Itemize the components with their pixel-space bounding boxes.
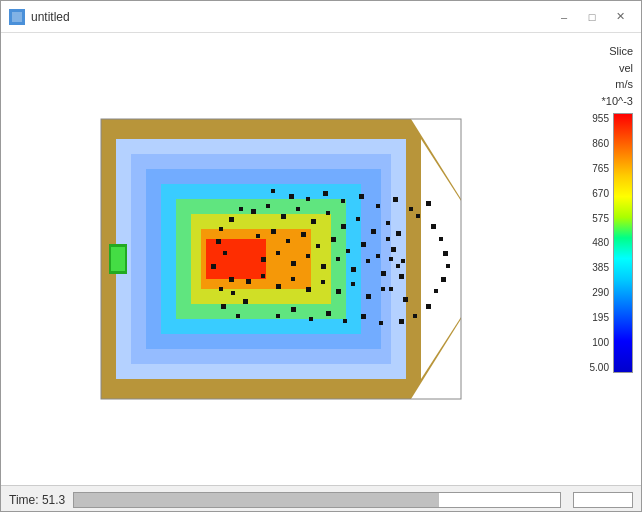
svg-rect-28 <box>271 229 276 234</box>
svg-rect-97 <box>386 237 390 241</box>
svg-rect-30 <box>301 232 306 237</box>
colorbar-tick-10: 5.00 <box>590 362 609 373</box>
svg-rect-60 <box>306 197 310 201</box>
svg-rect-91 <box>211 264 216 269</box>
svg-rect-98 <box>396 231 401 236</box>
svg-rect-26 <box>386 221 390 225</box>
svg-rect-38 <box>261 257 266 262</box>
title-bar: untitled – □ ✕ <box>1 1 641 33</box>
svg-rect-57 <box>381 287 385 291</box>
colorbar-tick-6: 385 <box>590 262 609 273</box>
colorbar-tick-7: 290 <box>590 287 609 298</box>
colorbar-header-line3: m/s <box>602 76 633 93</box>
progress-container <box>73 492 561 508</box>
colorbar-header: Slice vel m/s *10^-3 <box>602 43 633 109</box>
svg-rect-82 <box>343 319 347 323</box>
colorbar-tick-2: 765 <box>590 163 609 174</box>
svg-rect-65 <box>393 197 398 202</box>
svg-rect-29 <box>286 239 290 243</box>
simulation-svg <box>91 89 471 429</box>
svg-rect-76 <box>413 314 417 318</box>
svg-rect-86 <box>231 291 235 295</box>
progress-input[interactable] <box>573 492 633 508</box>
svg-rect-70 <box>439 237 443 241</box>
svg-rect-54 <box>336 289 341 294</box>
svg-rect-94 <box>219 227 223 231</box>
svg-rect-36 <box>391 247 396 252</box>
svg-rect-47 <box>396 264 400 268</box>
svg-rect-78 <box>276 314 280 318</box>
svg-rect-52 <box>306 287 311 292</box>
svg-rect-40 <box>291 261 296 266</box>
svg-rect-21 <box>311 219 316 224</box>
svg-rect-49 <box>261 274 265 278</box>
window-controls: – □ ✕ <box>551 7 633 27</box>
svg-rect-22 <box>326 211 330 215</box>
colorbar-area: Slice vel m/s *10^-3 955 860 765 670 575… <box>561 33 641 485</box>
svg-rect-64 <box>376 204 380 208</box>
svg-rect-37 <box>401 259 405 263</box>
svg-rect-96 <box>239 207 243 211</box>
svg-rect-61 <box>323 191 328 196</box>
svg-rect-72 <box>446 264 450 268</box>
svg-rect-45 <box>366 259 370 263</box>
minimize-button[interactable]: – <box>551 7 577 27</box>
colorbar-header-line2: vel <box>602 60 633 77</box>
svg-rect-63 <box>359 194 364 199</box>
colorbar-tick-9: 100 <box>590 337 609 348</box>
colorbar-tick-3: 670 <box>590 188 609 199</box>
svg-rect-67 <box>426 201 431 206</box>
app-icon <box>9 9 25 25</box>
svg-rect-35 <box>376 254 380 258</box>
svg-rect-88 <box>236 314 240 318</box>
svg-rect-34 <box>361 242 366 247</box>
svg-rect-85 <box>243 299 248 304</box>
svg-rect-48 <box>246 279 251 284</box>
svg-rect-95 <box>229 217 234 222</box>
svg-rect-56 <box>366 294 371 299</box>
svg-rect-69 <box>431 224 436 229</box>
svg-rect-46 <box>381 271 386 276</box>
svg-rect-73 <box>441 277 446 282</box>
restore-button[interactable]: □ <box>579 7 605 27</box>
progress-bar <box>74 493 438 507</box>
window-title: untitled <box>31 10 551 24</box>
svg-rect-84 <box>379 321 383 325</box>
status-bar: Time: 51.3 <box>1 485 641 512</box>
close-button[interactable]: ✕ <box>607 7 633 27</box>
svg-rect-77 <box>399 319 404 324</box>
svg-rect-31 <box>316 244 320 248</box>
svg-rect-99 <box>389 257 393 261</box>
svg-rect-83 <box>361 314 366 319</box>
svg-rect-79 <box>291 307 296 312</box>
colorbar-gradient <box>613 113 633 373</box>
svg-rect-80 <box>309 317 313 321</box>
svg-rect-33 <box>346 249 350 253</box>
svg-rect-41 <box>306 254 310 258</box>
colorbar-header-line1: Slice <box>602 43 633 60</box>
svg-rect-44 <box>351 267 356 272</box>
svg-rect-90 <box>219 287 223 291</box>
svg-rect-75 <box>426 304 431 309</box>
svg-rect-1 <box>12 12 22 22</box>
main-content: Slice vel m/s *10^-3 955 860 765 670 575… <box>1 33 641 485</box>
svg-rect-50 <box>276 284 281 289</box>
colorbar-tick-8: 195 <box>590 312 609 323</box>
svg-rect-14 <box>206 239 266 279</box>
svg-rect-25 <box>371 229 376 234</box>
svg-rect-101 <box>389 287 393 291</box>
svg-rect-18 <box>266 204 270 208</box>
svg-rect-89 <box>229 277 234 282</box>
svg-rect-17 <box>251 209 256 214</box>
svg-rect-39 <box>276 251 280 255</box>
colorbar-tick-5: 480 <box>590 237 609 248</box>
svg-rect-32 <box>331 237 336 242</box>
svg-rect-87 <box>221 304 226 309</box>
colorbar-wrapper: 955 860 765 670 575 480 385 290 195 100 … <box>590 113 633 373</box>
svg-rect-102 <box>403 297 408 302</box>
svg-rect-58 <box>271 189 275 193</box>
svg-rect-74 <box>434 289 438 293</box>
visualization-area <box>1 33 561 485</box>
svg-rect-43 <box>336 257 340 261</box>
svg-rect-93 <box>216 239 221 244</box>
